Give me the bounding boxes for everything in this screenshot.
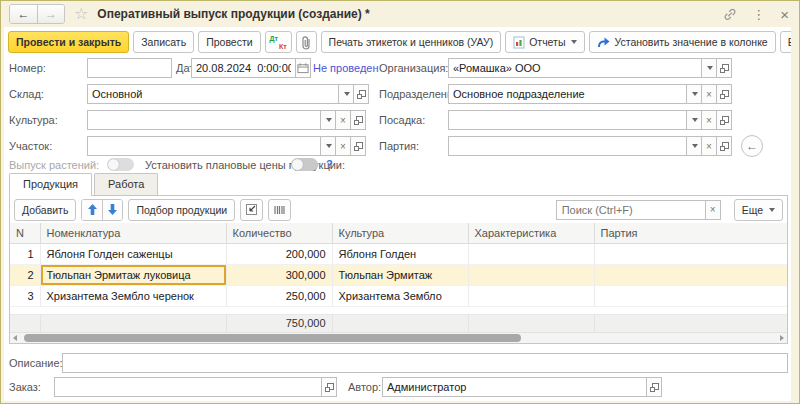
favorite-star-icon[interactable]: ☆ bbox=[74, 6, 88, 22]
add-row-button[interactable]: Добавить bbox=[14, 199, 76, 221]
open-button[interactable] bbox=[354, 84, 369, 104]
dropdown-button[interactable] bbox=[687, 136, 702, 156]
col-header-n[interactable]: N bbox=[10, 223, 40, 243]
col-header-culture[interactable]: Культура bbox=[332, 223, 468, 243]
scroll-left-icon[interactable] bbox=[13, 335, 17, 341]
horizontal-scrollbar[interactable] bbox=[10, 332, 787, 343]
organization-input[interactable] bbox=[448, 58, 702, 78]
cell-batch[interactable] bbox=[594, 264, 787, 285]
cell-n[interactable]: 1 bbox=[10, 243, 40, 264]
open-button[interactable] bbox=[717, 110, 732, 130]
dtkt-button[interactable]: ДтКт bbox=[265, 31, 292, 53]
author-label: Автор: bbox=[348, 381, 381, 393]
post-and-close-button[interactable]: Провести и закрыть bbox=[8, 31, 129, 53]
dropdown-button[interactable] bbox=[321, 110, 336, 130]
fill-back-button[interactable]: ← bbox=[741, 135, 763, 157]
warehouse-field bbox=[87, 84, 369, 104]
plants-release-toggle[interactable] bbox=[107, 158, 134, 171]
cell-nomenclature[interactable]: Яблоня Голден саженцы bbox=[40, 243, 226, 264]
culture-input[interactable] bbox=[87, 110, 321, 130]
barcode-button[interactable] bbox=[268, 199, 291, 221]
col-header-characteristic[interactable]: Характеристика bbox=[468, 223, 594, 243]
plot-input[interactable] bbox=[87, 136, 321, 156]
clear-button[interactable]: × bbox=[702, 110, 717, 130]
link-icon[interactable] bbox=[723, 8, 737, 21]
open-icon bbox=[357, 90, 366, 99]
more-menu-icon[interactable]: ⋮ bbox=[752, 7, 765, 22]
open-button[interactable] bbox=[717, 58, 732, 78]
open-button[interactable] bbox=[351, 110, 366, 130]
search-input[interactable] bbox=[556, 200, 706, 220]
warehouse-input[interactable] bbox=[87, 84, 339, 104]
move-up-button[interactable] bbox=[82, 200, 102, 220]
form-row-1: Номер: Дата: Не проведен Организация: bbox=[4, 58, 791, 78]
number-input[interactable] bbox=[87, 58, 172, 78]
open-button[interactable] bbox=[717, 84, 732, 104]
dropdown-button[interactable] bbox=[339, 84, 354, 104]
dropdown-button[interactable] bbox=[687, 84, 702, 104]
product-row-2-selected[interactable]: 2 Тюльпан Эрмитаж луковица 300,000 Тюльп… bbox=[10, 264, 787, 285]
department-input[interactable] bbox=[448, 84, 687, 104]
cell-n[interactable]: 2 bbox=[10, 264, 40, 285]
more-button[interactable]: Еще bbox=[780, 31, 791, 53]
cell-culture[interactable]: Тюльпан Эрмитаж bbox=[332, 264, 468, 285]
set-planned-prices-toggle[interactable] bbox=[291, 158, 318, 171]
cell-quantity[interactable]: 250,000 bbox=[226, 285, 332, 306]
clear-button[interactable]: × bbox=[702, 136, 717, 156]
move-down-button[interactable] bbox=[102, 200, 122, 220]
col-header-nomenclature[interactable]: Номенклатура bbox=[40, 223, 226, 243]
cell-characteristic[interactable] bbox=[468, 243, 594, 264]
tab-work[interactable]: Работа bbox=[94, 173, 158, 195]
scroll-right-icon[interactable] bbox=[780, 335, 784, 341]
cell-characteristic[interactable] bbox=[468, 264, 594, 285]
clear-button[interactable]: × bbox=[336, 136, 351, 156]
toggle-help-icon[interactable]: ? bbox=[326, 158, 333, 170]
planting-input[interactable] bbox=[448, 110, 687, 130]
dropdown-button[interactable] bbox=[321, 136, 336, 156]
dropdown-button[interactable] bbox=[687, 110, 702, 130]
post-button[interactable]: Провести bbox=[198, 31, 260, 53]
close-icon[interactable]: × bbox=[780, 6, 789, 23]
tab-products[interactable]: Продукция bbox=[9, 173, 92, 196]
clear-button[interactable]: × bbox=[336, 110, 351, 130]
product-row-3[interactable]: 3 Хризантема Зембло черенок 250,000 Хриз… bbox=[10, 285, 787, 306]
open-button[interactable] bbox=[322, 377, 337, 397]
author-input[interactable] bbox=[382, 377, 647, 397]
clear-button[interactable]: × bbox=[702, 84, 717, 104]
col-header-quantity[interactable]: Количество bbox=[226, 223, 332, 243]
print-labels-button[interactable]: Печать этикеток и ценников (УАУ) bbox=[321, 31, 502, 53]
order-input[interactable] bbox=[54, 377, 322, 397]
cell-batch[interactable] bbox=[594, 243, 787, 264]
scrollbar-thumb[interactable] bbox=[24, 334, 521, 342]
reports-button[interactable]: Отчеты bbox=[505, 31, 585, 53]
table-more-button[interactable]: Еще bbox=[734, 199, 783, 221]
attachments-button[interactable] bbox=[296, 31, 317, 53]
cell-characteristic[interactable] bbox=[468, 285, 594, 306]
cell-culture[interactable]: Хризантема Зембло bbox=[332, 285, 468, 306]
back-button[interactable]: ← bbox=[10, 5, 37, 23]
cell-nomenclature-selected[interactable]: Тюльпан Эрмитаж луковица bbox=[40, 264, 226, 285]
col-header-batch[interactable]: Партия bbox=[594, 223, 787, 243]
batch-input[interactable] bbox=[448, 136, 687, 156]
status-link[interactable]: Не проведен bbox=[313, 62, 379, 74]
dropdown-button[interactable] bbox=[702, 58, 717, 78]
forward-button[interactable]: → bbox=[37, 5, 64, 23]
pick-products-button[interactable]: Подбор продукции bbox=[128, 199, 235, 221]
save-button[interactable]: Записать bbox=[133, 31, 194, 53]
cell-batch[interactable] bbox=[594, 285, 787, 306]
description-input[interactable] bbox=[62, 353, 788, 373]
cell-nomenclature[interactable]: Хризантема Зембло черенок bbox=[40, 285, 226, 306]
open-button[interactable] bbox=[647, 377, 662, 397]
cell-culture[interactable]: Яблоня Голден bbox=[332, 243, 468, 264]
cell-quantity[interactable]: 200,000 bbox=[226, 243, 332, 264]
search-clear-button[interactable]: × bbox=[706, 200, 721, 220]
set-column-value-button[interactable]: Установить значение в колонке bbox=[589, 31, 775, 53]
calendar-button[interactable] bbox=[296, 58, 311, 78]
date-input[interactable] bbox=[191, 58, 296, 78]
open-button[interactable] bbox=[717, 136, 732, 156]
product-row-1[interactable]: 1 Яблоня Голден саженцы 200,000 Яблоня Г… bbox=[10, 243, 787, 264]
cell-n[interactable]: 3 bbox=[10, 285, 40, 306]
load-button[interactable] bbox=[240, 199, 263, 221]
cell-quantity[interactable]: 300,000 bbox=[226, 264, 332, 285]
open-button[interactable] bbox=[351, 136, 366, 156]
